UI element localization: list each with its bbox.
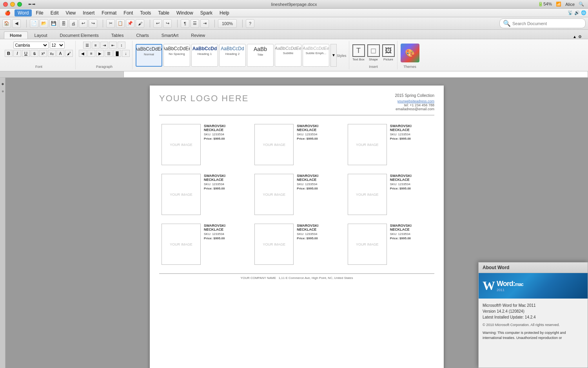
zoom-btn[interactable]: 100% [218, 19, 237, 28]
shading-btn[interactable]: █ [113, 50, 121, 57]
bold-btn[interactable]: B [5, 50, 13, 57]
justify-btn[interactable]: ☰ [105, 50, 113, 57]
page-tool[interactable]: ⬢ [1, 82, 4, 86]
text-box-btn[interactable]: T Text Box [352, 44, 365, 61]
product-sku-6: SKU: 1233534 [204, 232, 246, 236]
undo-btn[interactable]: ↩ [153, 19, 162, 28]
cut-btn[interactable]: ✂ [106, 19, 115, 28]
search-icon[interactable]: 🔍 [579, 2, 584, 7]
close-button[interactable] [3, 2, 8, 7]
menu-edit[interactable]: Edit [47, 9, 62, 16]
ribbon-collapse-btn[interactable]: ▲ [573, 35, 577, 39]
undo-group2[interactable]: ↩ ↪ [153, 19, 172, 28]
strikethrough-btn[interactable]: S̶ [31, 50, 38, 57]
page-header: YOUR LOGO HERE 2015 Spring Collection yo… [159, 93, 434, 115]
style-heading2[interactable]: AaBbCcDd Heading 2 [219, 44, 246, 67]
paste-btn[interactable]: 📌 [126, 19, 134, 28]
maximize-button[interactable] [17, 2, 22, 7]
shape-btn[interactable]: □ Shape [367, 44, 380, 61]
align-center-btn[interactable]: ≡ [87, 50, 95, 57]
menu-window[interactable]: Window [173, 9, 196, 16]
font-size-select[interactable]: 12 [50, 42, 65, 49]
apple-menu[interactable]: 🍎 [2, 9, 14, 16]
nav-group[interactable]: 🏠 ◀ [2, 19, 21, 28]
style-subtitle[interactable]: AaBbCcDdEe Subtitle [275, 44, 301, 67]
search-box[interactable]: 🔍 [499, 18, 586, 28]
italic-btn[interactable]: I [13, 50, 21, 57]
sort-btn[interactable]: ↓ [122, 50, 130, 57]
save-as-btn[interactable]: 🗄 [59, 19, 68, 28]
highlight-btn[interactable]: 🖌 [65, 50, 73, 57]
subscript-btn[interactable]: x₂ [48, 50, 56, 57]
underline-btn[interactable]: U [22, 50, 30, 57]
ribbon-settings-btn[interactable]: ⚙ [578, 35, 582, 39]
tab-home[interactable]: Home [4, 31, 28, 39]
align-right-btn[interactable]: ▶ [96, 50, 104, 57]
align-left-btn[interactable]: ◀ [79, 50, 87, 57]
tab-document-elements[interactable]: Document Elements [54, 31, 105, 39]
zoom-group[interactable]: 100% [218, 19, 237, 28]
zoom-tool[interactable]: ⊕ [1, 90, 4, 93]
redo-btn[interactable]: ↪ [89, 19, 97, 28]
tab-smartart[interactable]: SmartArt [156, 31, 184, 39]
menu-file[interactable]: File [33, 9, 46, 16]
minimize-button[interactable] [10, 2, 15, 7]
back-btn[interactable]: ◀ [12, 19, 21, 28]
file-group[interactable]: 📄 📂 💾 🗄 🖨 ↩ ↪ [30, 19, 97, 28]
font-color-btn[interactable]: A [56, 50, 64, 57]
style-no-spacing[interactable]: AaBbCcDdEe No Spacing [163, 44, 190, 67]
styles-expand-btn[interactable]: ▼ [330, 44, 337, 67]
style-subtle-emph[interactable]: AaBbCcDdEe Subtle Emph... [303, 44, 329, 67]
print-btn[interactable]: 🖨 [69, 19, 78, 28]
tab-layout[interactable]: Layout [29, 31, 53, 39]
indent-btn2[interactable]: ⇥ [100, 42, 108, 49]
open-btn[interactable]: 📂 [40, 19, 48, 28]
product-cell-1: YOUR IMAGE SWAROVSKI NECKLACE SKU: 12335… [252, 122, 341, 168]
menu-font[interactable]: Font [120, 9, 136, 16]
menu-insert[interactable]: Insert [80, 9, 98, 16]
tab-tables[interactable]: Tables [105, 31, 130, 39]
clipboard-group[interactable]: ✂ 📋 📌 🖌 [106, 19, 144, 28]
bullet-list-btn[interactable]: ☰ [83, 42, 91, 49]
indent-btn[interactable]: ⇥ [200, 19, 209, 28]
copy-btn[interactable]: 📋 [116, 19, 125, 28]
show-marks-btn[interactable]: ¶ [181, 19, 189, 28]
menu-spark[interactable]: Spark [197, 9, 216, 16]
tab-review[interactable]: Review [185, 31, 211, 39]
window-controls[interactable] [3, 2, 22, 7]
menu-help[interactable]: Help [216, 9, 232, 16]
style-title[interactable]: AaBb Title [247, 44, 274, 67]
website-link[interactable]: yourwebsiteadress.com [395, 99, 434, 103]
font-name-select[interactable]: Cambria [13, 42, 49, 49]
number-list-btn[interactable]: ≡ [92, 42, 100, 49]
product-image-2: YOUR IMAGE [348, 124, 387, 165]
line-spacing-btn[interactable]: ↕ [118, 42, 125, 49]
search-input[interactable] [512, 21, 582, 26]
help-btn[interactable]: ? [246, 19, 254, 28]
picture-btn[interactable]: 🖼 Picture [382, 44, 395, 61]
style-normal[interactable]: AaBbCcDdEe Normal [136, 44, 162, 67]
tab-charts[interactable]: Charts [130, 31, 154, 39]
menu-word[interactable]: Word [15, 9, 32, 16]
superscript-btn[interactable]: x² [39, 50, 47, 57]
separator-1 [26, 20, 27, 27]
themes-btn[interactable]: 🎨 [401, 44, 419, 62]
menu-view[interactable]: View [62, 9, 79, 16]
style-heading1[interactable]: AaBbCcDd Heading 1 [191, 44, 218, 67]
list-btn[interactable]: ☰ [191, 19, 199, 28]
product-sku-3: SKU: 1233534 [204, 182, 246, 186]
menu-table[interactable]: Table [155, 9, 172, 16]
menu-tools[interactable]: Tools [137, 9, 154, 16]
home-btn[interactable]: 🏠 [2, 19, 11, 28]
new-btn[interactable]: 📄 [30, 19, 38, 28]
format-painter[interactable]: 🖌 [136, 19, 144, 28]
save-btn[interactable]: 💾 [49, 19, 58, 28]
show-group[interactable]: ¶ ☰ ⇥ [181, 19, 209, 28]
help-group[interactable]: ? [246, 19, 254, 28]
outdent-btn[interactable]: ⇤ [109, 42, 117, 49]
product-info-6: SWAROVSKI NECKLACE SKU: 1233534 Price: $… [204, 224, 246, 240]
menu-format[interactable]: Format [98, 9, 120, 16]
undo-group[interactable]: ↩ [79, 19, 87, 28]
search-icon-right: 🔍 [503, 20, 511, 27]
redo-btn2[interactable]: ↪ [163, 19, 172, 28]
